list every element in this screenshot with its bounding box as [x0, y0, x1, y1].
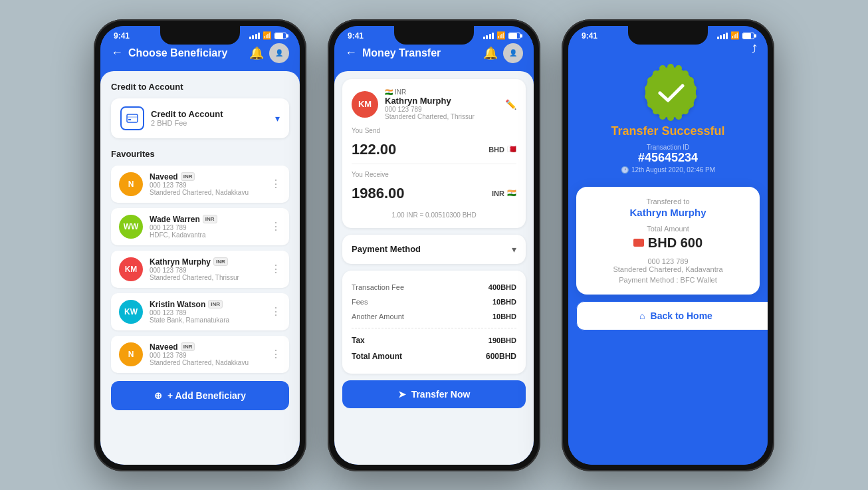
you-send-amount: 122.00: [352, 141, 396, 158]
detail-account: 000 123 789: [587, 257, 749, 265]
you-receive-section: You Receive 1986.00 INR 🇮🇳: [352, 171, 516, 207]
share-icon[interactable]: ⤴: [752, 43, 757, 55]
fee-label-2: Another Amount: [352, 312, 404, 320]
fav-item-0[interactable]: N Naveed INR 000 123 789 Standered Chart…: [111, 166, 289, 203]
plus-icon: ⊕: [154, 390, 162, 401]
total-amount-value: BHD 600: [587, 235, 749, 251]
detail-bank: Standered Chartered, Kadavantra: [587, 265, 749, 273]
bell-icon-2[interactable]: 🔔: [483, 46, 498, 61]
credit-card[interactable]: Credit to Account 2 BHD Fee ▾: [111, 98, 289, 138]
fav-bank-4: Standered Chartered, Nadakkavu: [150, 359, 264, 366]
more-menu-0[interactable]: ⋮: [271, 178, 281, 190]
bene-account: 000 123 789: [385, 106, 498, 113]
fav-account-4: 000 123 789: [150, 352, 264, 359]
total-amount-label-3: Total Amount: [587, 225, 749, 233]
fav-bank-2: Standered Chartered, Thrissur: [150, 274, 264, 281]
more-menu-4[interactable]: ⋮: [271, 348, 281, 360]
success-detail-card: Transfered to Kathryn Murphy Total Amoun…: [576, 187, 760, 295]
back-to-home-button[interactable]: ⌂ Back to Home: [576, 301, 768, 330]
fav-info-3: Kristin Watson INR 000 123 789 State Ban…: [150, 300, 264, 324]
payment-method-row[interactable]: Payment Method ▾: [342, 235, 526, 264]
svg-rect-1: [127, 116, 138, 118]
phone-3: 9:41 📶 ⤴: [562, 19, 774, 471]
header-1: ← Choose Beneficiary 🔔 👤: [100, 43, 300, 71]
send-icon: ➤: [398, 389, 406, 400]
more-menu-1[interactable]: ⋮: [271, 220, 281, 233]
fav-item-3[interactable]: KW Kristin Watson INR 000 123 789 State …: [111, 293, 289, 330]
time-2: 9:41: [348, 31, 364, 41]
tax-value: 190BHD: [488, 336, 516, 344]
more-menu-2[interactable]: ⋮: [271, 263, 281, 275]
inr-badge-0: INR: [181, 172, 195, 181]
country-flag: 🇮🇳: [385, 88, 393, 96]
you-send-row: 122.00 BHD 🇧🇭: [352, 136, 516, 164]
fav-info-4: Naveed INR 000 123 789 Standered Charter…: [150, 342, 264, 366]
fee-value-2: 10BHD: [492, 312, 516, 320]
you-receive-amount: 1986.00: [352, 185, 405, 202]
bene-avatar: KM: [352, 91, 378, 118]
content-1: Credit to Account Credit to Account 2 BH…: [100, 71, 300, 465]
battery-icon-3: [742, 33, 754, 39]
fav-avatar-2: KM: [119, 257, 143, 281]
fav-name-1: Wade Warren INR: [150, 215, 264, 224]
header-3: ⤴: [568, 43, 768, 63]
bhd-flag-3: [633, 239, 644, 247]
inr-badge-3: INR: [208, 300, 223, 308]
add-beneficiary-button[interactable]: ⊕ + Add Beneficiary: [111, 381, 289, 410]
notch-2: [394, 26, 474, 45]
bhd-label: BHD: [488, 146, 504, 154]
status-icons-1: 📶: [249, 31, 287, 40]
edit-icon[interactable]: ✏️: [505, 99, 516, 110]
fee-value-0: 400BHD: [488, 283, 516, 291]
more-menu-3[interactable]: ⋮: [271, 305, 281, 318]
payment-method-label: Payment Method: [352, 244, 421, 254]
success-section: Transfer Successful Transaction ID #4564…: [568, 63, 768, 187]
inr-badge-1: INR: [203, 215, 217, 223]
fav-avatar-3: KW: [119, 300, 143, 324]
fee-value-1: 10BHD: [492, 298, 516, 306]
bene-info: 🇮🇳 INR Kathryn Murphy 000 123 789 Stande…: [385, 88, 498, 120]
header-2: ← Money Transfer 🔔 👤: [334, 43, 534, 71]
back-button-1[interactable]: ←: [111, 46, 123, 60]
bell-icon[interactable]: 🔔: [249, 46, 264, 61]
transfer-now-button[interactable]: ➤ Transfer Now: [342, 380, 526, 408]
avatar-2[interactable]: 👤: [503, 43, 523, 63]
you-send-label: You Send: [352, 127, 516, 134]
avatar-1[interactable]: 👤: [269, 43, 289, 63]
page-title-2: Money Transfer: [362, 47, 473, 59]
bene-bank: Standered Chartered, Thrissur: [385, 113, 498, 120]
inr-label: INR: [492, 189, 504, 197]
fav-info-2: Kathryn Murphy INR 000 123 789 Standered…: [150, 257, 264, 281]
you-receive-row: 1986.00 INR 🇮🇳: [352, 180, 516, 207]
status-icons-2: 📶: [483, 31, 521, 40]
back-button-2[interactable]: ←: [345, 46, 357, 60]
svg-point-22: [647, 68, 695, 116]
bene-name: Kathryn Murphy: [385, 96, 498, 106]
success-title: Transfer Successful: [611, 124, 724, 138]
success-badge: [641, 63, 695, 116]
fee-row-0: Transaction Fee 400BHD: [352, 280, 516, 295]
fav-avatar-0: N: [119, 172, 143, 196]
you-receive-label: You Receive: [352, 171, 516, 178]
fav-name-3: Kristin Watson INR: [150, 300, 264, 309]
favourites-title: Favourites: [111, 149, 289, 159]
add-beneficiary-label: + Add Beneficiary: [167, 390, 246, 401]
favourites-list: N Naveed INR 000 123 789 Standered Chart…: [111, 166, 289, 373]
fee-label-1: Fees: [352, 298, 368, 306]
chevron-down-icon-2: ▾: [512, 244, 516, 255]
screen-3: 9:41 📶 ⤴: [568, 26, 768, 465]
fee-label-0: Transaction Fee: [352, 283, 404, 291]
fav-item-4[interactable]: N Naveed INR 000 123 789 Standered Chart…: [111, 336, 289, 373]
home-icon: ⌂: [639, 310, 645, 321]
credit-icon: [120, 106, 144, 130]
fav-item-1[interactable]: WW Wade Warren INR 000 123 789 HDFC, Kad…: [111, 208, 289, 245]
battery-icon: [274, 33, 286, 39]
signal-icon-2: [483, 33, 494, 39]
credit-info: Credit to Account 2 BHD Fee: [151, 109, 269, 127]
fav-item-2[interactable]: KM Kathryn Murphy INR 000 123 789 Stande…: [111, 251, 289, 288]
chevron-down-icon: ▾: [275, 113, 280, 124]
signal-icon: [249, 33, 261, 39]
wifi-icon-3: 📶: [730, 31, 740, 40]
fav-bank-3: State Bank, Ramanatukara: [150, 316, 264, 324]
inr-badge-4: INR: [181, 342, 195, 351]
